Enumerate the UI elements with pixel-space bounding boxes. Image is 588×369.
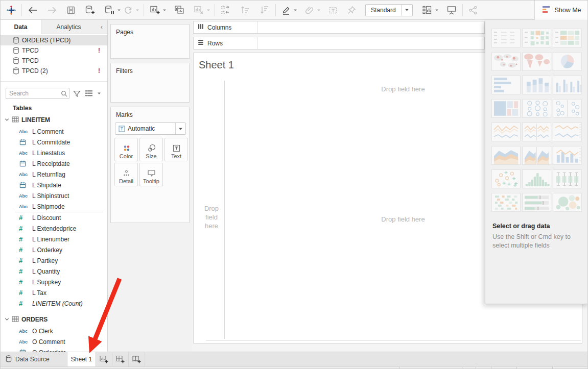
redo-button[interactable] [45, 3, 59, 18]
database-icon [13, 67, 22, 75]
table-icon [12, 116, 19, 124]
new-dashboard-tab-button[interactable] [112, 352, 129, 366]
mark-type-caret[interactable] [175, 123, 185, 134]
pause-updates-caret[interactable] [116, 3, 122, 18]
table-lineitem[interactable]: LINEITEM [1, 114, 107, 126]
rows-shelf[interactable]: Rows [193, 37, 485, 50]
clear-sheet-button[interactable] [192, 3, 206, 18]
field-label: L Quantity [32, 268, 60, 275]
fit-dropdown[interactable]: Standard [365, 4, 413, 16]
field-item[interactable]: #L Extendedprice [1, 223, 107, 234]
field-label: L Linestatus [32, 150, 65, 157]
status-bar [1, 366, 588, 369]
presentation-mode-button[interactable] [444, 3, 459, 18]
field-item[interactable]: L Shipdate [1, 180, 107, 190]
tab-data[interactable]: Data [1, 20, 41, 34]
new-worksheet-tab-button[interactable] [96, 352, 112, 366]
show-hide-cards-button[interactable] [420, 3, 434, 18]
new-worksheet-caret[interactable] [162, 3, 167, 18]
datasource-item[interactable]: TPCD (2)! [1, 66, 107, 76]
show-mark-labels-button[interactable] [326, 3, 340, 18]
filters-card[interactable]: Filters [110, 63, 190, 103]
tab-sheet-1[interactable]: Sheet 1 [67, 352, 96, 366]
group-members-button[interactable] [303, 3, 316, 18]
table-name: ORDERS [21, 316, 48, 323]
show-me-thumbnail-histogram [522, 169, 551, 188]
status-divider [552, 367, 553, 369]
field-item[interactable]: AbcL Comment [1, 126, 107, 137]
marks-card[interactable]: Marks Automatic ColorSizeTextDetailToolt… [110, 107, 190, 223]
new-story-tab-button[interactable] [129, 352, 145, 366]
field-item[interactable]: #L Partkey [1, 255, 107, 266]
duplicate-sheet-button[interactable] [172, 3, 186, 18]
field-label: O Clerk [32, 328, 53, 335]
table-name: LINEITEM [21, 116, 50, 124]
field-item[interactable]: O Orderdate [1, 347, 107, 352]
field-item[interactable]: #L Linenumber [1, 234, 107, 244]
highlight-caret[interactable] [293, 3, 298, 18]
tab-data-source[interactable]: Data Source [1, 352, 67, 366]
datasource-item[interactable]: ORDERS (TPCD) [1, 35, 107, 45]
save-button[interactable] [64, 3, 78, 18]
field-item[interactable]: AbcL Shipmode [1, 201, 107, 212]
pages-card-title: Pages [111, 24, 189, 36]
undo-button[interactable] [26, 3, 40, 18]
field-item[interactable]: AbcL Shipinstruct [1, 190, 107, 201]
toolbar-divider [462, 4, 463, 16]
pages-card[interactable]: Pages [110, 24, 190, 59]
chevron-down-icon[interactable] [5, 316, 9, 323]
pause-updates-button[interactable] [102, 3, 116, 18]
field-item[interactable]: #L Tax [1, 287, 107, 298]
mark-type-dropdown[interactable]: Automatic [115, 122, 186, 135]
field-item[interactable]: #LINEITEM (Count) [1, 298, 107, 309]
tab-analytics[interactable]: Analytics [41, 20, 96, 34]
search-input[interactable] [6, 88, 69, 99]
view-options-icon[interactable] [84, 88, 94, 99]
new-worksheet-button[interactable] [148, 3, 162, 18]
field-item[interactable]: AbcL Linestatus [1, 147, 107, 158]
filter-fields-icon[interactable] [72, 88, 82, 99]
field-item[interactable]: L Receiptdate [1, 158, 107, 169]
field-item[interactable]: #L Orderkey [1, 244, 107, 255]
field-item[interactable]: #L Quantity [1, 266, 107, 277]
field-item[interactable]: AbcO Comment [1, 336, 107, 347]
size-mark-button[interactable]: Size [139, 138, 163, 161]
field-item[interactable]: AbcL Returnflag [1, 169, 107, 180]
field-item[interactable]: #L Discount [1, 212, 107, 223]
table-orders[interactable]: ORDERS [1, 313, 107, 326]
sort-descending-button[interactable] [257, 3, 272, 18]
chevron-down-icon[interactable] [5, 116, 9, 124]
color-mark-button[interactable]: Color [114, 138, 138, 161]
field-label: L Linenumber [32, 236, 69, 243]
drop-zone-rows[interactable]: Drop field here [200, 204, 223, 230]
field-item[interactable]: #L Suppkey [1, 277, 107, 287]
view-options-caret[interactable] [96, 88, 102, 99]
datasource-label: ORDERS (TPCD) [22, 37, 107, 44]
text-mark-button[interactable]: Text [164, 138, 188, 161]
refresh-button[interactable] [122, 3, 135, 18]
field-item[interactable]: AbcO Clerk [1, 326, 107, 336]
field-label: L Shipmode [32, 203, 65, 210]
field-item[interactable]: L Commitdate [1, 137, 107, 147]
highlight-button[interactable] [279, 3, 293, 18]
collapse-pane-button[interactable]: ‹ [96, 20, 107, 34]
show-me-button[interactable]: Show Me [534, 1, 588, 20]
refresh-caret[interactable] [135, 3, 140, 18]
share-button[interactable] [466, 3, 480, 18]
database-icon [13, 37, 22, 44]
new-datasource-button[interactable] [83, 3, 97, 18]
tooltip-mark-button[interactable]: Tooltip [139, 163, 163, 186]
group-members-caret[interactable] [316, 3, 321, 18]
sort-ascending-button[interactable] [238, 3, 252, 18]
clear-sheet-caret[interactable] [206, 3, 211, 18]
swap-rows-columns-button[interactable] [219, 3, 233, 18]
datasource-item[interactable]: TPCD [1, 56, 107, 66]
columns-shelf[interactable]: Columns [193, 21, 485, 34]
fit-dropdown-caret[interactable] [401, 5, 412, 16]
show-hide-cards-caret[interactable] [434, 3, 439, 18]
datasource-item[interactable]: TPCD! [1, 45, 107, 56]
rows-shelf-label: Rows [194, 37, 257, 49]
field-label: L Receiptdate [32, 160, 70, 167]
fix-axes-pin-button[interactable] [345, 3, 358, 18]
detail-mark-button[interactable]: Detail [114, 163, 138, 186]
